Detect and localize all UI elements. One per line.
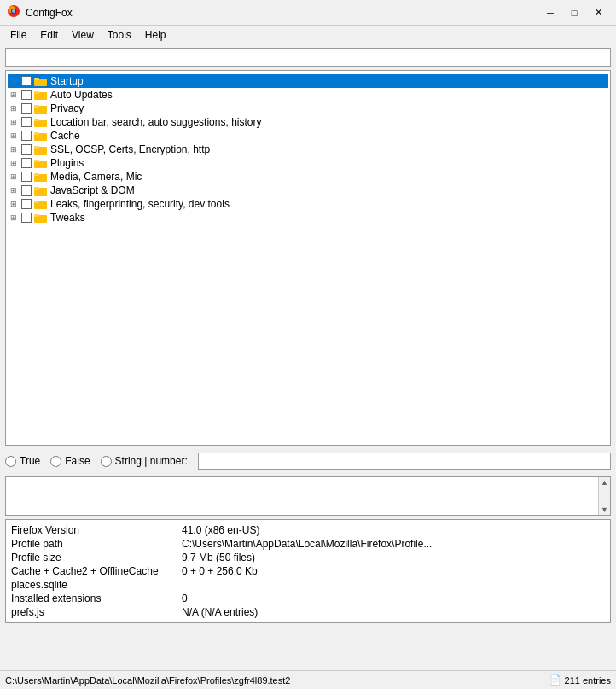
menu-file[interactable]: File	[3, 27, 33, 43]
svg-rect-15	[34, 146, 39, 149]
folder-icon-leaks	[34, 199, 48, 209]
tree-item-autoupdates[interactable]: ⊞ Auto Updates	[8, 88, 608, 102]
tree-item-tweaks[interactable]: ⊞ Tweaks	[8, 211, 608, 225]
titlebar: ConfigFox ─ □ ✕	[0, 0, 616, 26]
scrollbar[interactable]: ▲ ▼	[598, 477, 610, 515]
menu-tools[interactable]: Tools	[101, 27, 138, 43]
info-row-extensions: Installed extensions 0	[11, 592, 605, 605]
text-area-panel: ▲ ▼	[5, 476, 611, 516]
checkbox-autoupdates[interactable]	[21, 90, 32, 100]
maximize-button[interactable]: □	[563, 4, 585, 21]
svg-rect-25	[34, 214, 39, 217]
info-row-firefox-version: Firefox Version 41.0 (x86 en-US)	[11, 523, 605, 537]
tree-item-privacy[interactable]: ⊞ Privacy	[8, 102, 608, 115]
folder-icon-cache	[34, 131, 48, 141]
folder-icon-locationbar	[34, 117, 48, 127]
tree-item-locationbar[interactable]: ⊞ Location bar, search, auto suggestions…	[8, 115, 608, 129]
info-key-0: Firefox Version	[11, 524, 182, 536]
svg-rect-19	[34, 173, 39, 176]
info-row-profile-path: Profile path C:\Users\Martin\AppData\Loc…	[11, 537, 605, 551]
checkbox-startup[interactable]	[21, 76, 32, 86]
info-val-3: 0 + 0 + 256.0 Kb	[182, 565, 258, 577]
expand-icon-tweaks[interactable]: ⊞	[8, 212, 20, 224]
expand-icon-leaks[interactable]: ⊞	[8, 198, 20, 210]
info-row-places: places.sqlite	[11, 578, 605, 592]
tree-item-ssl[interactable]: ⊞ SSL, OCSP, Certs, Encryption, http	[8, 143, 608, 156]
radio-false[interactable]	[50, 456, 61, 467]
radio-string[interactable]	[101, 456, 112, 467]
svg-point-3	[12, 9, 15, 13]
checkbox-locationbar[interactable]	[21, 117, 32, 127]
label-tweaks: Tweaks	[50, 212, 85, 224]
folder-icon-autoupdates	[34, 90, 48, 100]
expand-icon-locationbar[interactable]: ⊞	[8, 116, 20, 128]
window-controls: ─ □ ✕	[539, 4, 609, 21]
checkbox-plugins[interactable]	[21, 158, 32, 168]
expand-icon-media[interactable]: ⊞	[8, 171, 20, 183]
radio-true[interactable]	[5, 456, 16, 467]
label-privacy: Privacy	[50, 102, 84, 114]
radio-true-label: True	[20, 455, 40, 467]
folder-icon-tweaks	[34, 213, 48, 223]
label-leaks: Leaks, fingerprinting, security, dev too…	[50, 198, 230, 210]
titlebar-title: ConfigFox	[26, 7, 539, 19]
folder-icon-privacy	[34, 103, 48, 114]
svg-rect-11	[34, 119, 39, 121]
svg-rect-23	[34, 201, 39, 203]
checkbox-javascript[interactable]	[21, 185, 32, 196]
folder-icon-media	[34, 172, 48, 182]
checkbox-privacy[interactable]	[21, 103, 32, 114]
expand-icon-ssl[interactable]: ⊞	[8, 143, 20, 155]
svg-rect-7	[34, 91, 39, 94]
tree-item-cache[interactable]: ⊞ Cache	[8, 129, 608, 143]
menu-help[interactable]: Help	[138, 27, 173, 43]
expand-icon-autoupdates[interactable]: ⊞	[8, 89, 20, 101]
expand-icon-privacy[interactable]: ⊞	[8, 102, 20, 114]
info-val-6: N/A (N/A entries)	[182, 606, 258, 618]
checkbox-leaks[interactable]	[21, 199, 32, 209]
info-row-cache: Cache + Cache2 + OfflineCache 0 + 0 + 25…	[11, 564, 605, 578]
checkbox-tweaks[interactable]	[21, 213, 32, 223]
info-row-profile-size: Profile size 9.7 Mb (50 files)	[11, 551, 605, 564]
tree-item-javascript[interactable]: ⊞ JavaScript & DOM	[8, 184, 608, 197]
statusbar-left: C:\Users\Martin\AppData\Local\Mozilla\Fi…	[5, 675, 290, 686]
radio-false-label: False	[65, 455, 90, 467]
tree-item-media[interactable]: ⊞ Media, Camera, Mic	[8, 170, 608, 184]
tree-item-leaks[interactable]: ⊞ Leaks, fingerprinting, security, dev t…	[8, 197, 608, 211]
checkbox-media[interactable]	[21, 172, 32, 182]
svg-rect-21	[34, 187, 39, 190]
expand-icon-startup[interactable]: ⊞	[8, 75, 20, 87]
close-button[interactable]: ✕	[587, 4, 609, 21]
expand-icon-javascript[interactable]: ⊞	[8, 184, 20, 196]
tree-panel: ⊞ Startup ⊞ Auto Updates ⊞	[5, 70, 611, 446]
scroll-up-arrow[interactable]: ▲	[600, 477, 610, 488]
expand-icon-plugins[interactable]: ⊞	[8, 157, 20, 169]
folder-icon-startup	[34, 76, 48, 86]
svg-rect-9	[34, 105, 39, 108]
info-key-5: Installed extensions	[11, 593, 182, 604]
svg-rect-13	[34, 132, 39, 135]
value-area: True False String | number:	[5, 449, 611, 473]
label-media: Media, Camera, Mic	[50, 171, 142, 183]
info-key-3: Cache + Cache2 + OfflineCache	[11, 565, 182, 577]
menu-view[interactable]: View	[65, 27, 101, 43]
checkbox-cache[interactable]	[21, 131, 32, 141]
menu-edit[interactable]: Edit	[33, 27, 65, 43]
menubar: File Edit View Tools Help	[0, 26, 616, 44]
label-plugins: Plugins	[50, 157, 84, 169]
scroll-down-arrow[interactable]: ▼	[600, 505, 610, 515]
value-input[interactable]	[198, 453, 611, 470]
app-icon	[7, 4, 20, 20]
expand-icon-cache[interactable]: ⊞	[8, 130, 20, 142]
folder-icon-plugins	[34, 158, 48, 168]
search-input[interactable]	[5, 48, 611, 67]
label-locationbar: Location bar, search, auto suggestions, …	[50, 116, 261, 128]
minimize-button[interactable]: ─	[539, 4, 561, 21]
checkbox-ssl[interactable]	[21, 144, 32, 155]
tree-item-startup[interactable]: ⊞ Startup	[8, 74, 608, 88]
entries-count: 211 entries	[565, 675, 611, 686]
info-key-2: Profile size	[11, 552, 182, 563]
info-key-6: prefs.js	[11, 606, 182, 618]
tree-item-plugins[interactable]: ⊞ Plugins	[8, 156, 608, 170]
info-table: Firefox Version 41.0 (x86 en-US) Profile…	[5, 519, 611, 623]
